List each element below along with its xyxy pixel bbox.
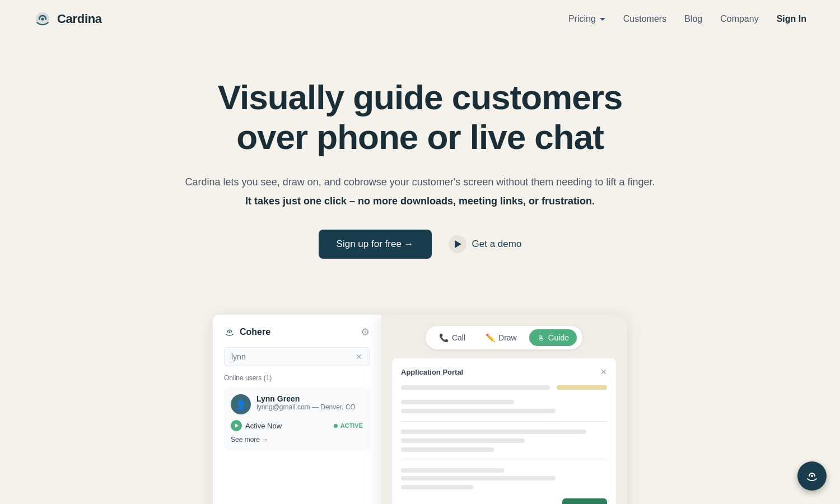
hero-title: Visually guide customers over phone or l… bbox=[22, 77, 818, 157]
navbar: Cardina Pricing Customers Blog Company S… bbox=[0, 0, 840, 38]
demo-left-panel: Cohere ⚙ lynn ✕ Online users (1) 👤 Lynn … bbox=[213, 315, 381, 504]
active-now: Active Now bbox=[231, 420, 282, 431]
svg-point-0 bbox=[41, 18, 44, 21]
cta-row: Sign up for free → Get a demo bbox=[22, 230, 818, 259]
phone-icon: 📞 bbox=[439, 333, 449, 342]
hero-bold-line: It takes just one click – no more downlo… bbox=[22, 195, 818, 207]
hero-subtitle: Cardina lets you see, draw on, and cobro… bbox=[22, 174, 818, 190]
cohere-logo-icon bbox=[224, 326, 235, 338]
nav-signin[interactable]: Sign In bbox=[777, 14, 806, 24]
close-icon[interactable]: ✕ bbox=[600, 367, 607, 376]
logo-icon bbox=[34, 10, 52, 28]
nav-links: Pricing Customers Blog Company Sign In bbox=[568, 14, 806, 24]
signup-button[interactable]: Sign up for free → bbox=[319, 230, 432, 259]
cursor-icon: 🖱 bbox=[537, 333, 545, 342]
pencil-icon: ✏️ bbox=[486, 333, 495, 342]
avatar: 👤 bbox=[231, 394, 251, 414]
logo-text: Cardina bbox=[57, 12, 102, 26]
mode-bar: 📞 Call ✏️ Draw 🖱 Guide bbox=[426, 326, 582, 349]
app-portal: Application Portal ✕ bbox=[392, 358, 616, 504]
user-name: Lynn Green bbox=[256, 394, 356, 403]
chevron-down-icon bbox=[600, 18, 605, 21]
svg-point-2 bbox=[811, 475, 813, 477]
portal-title: Application Portal bbox=[401, 368, 463, 376]
nav-customers[interactable]: Customers bbox=[623, 14, 666, 24]
see-more-link[interactable]: See more → bbox=[231, 436, 363, 444]
user-top: 👤 Lynn Green lynng@gmail.com — Denver, C… bbox=[231, 394, 363, 414]
fab-icon bbox=[805, 469, 819, 483]
play-triangle bbox=[455, 240, 461, 248]
svg-point-1 bbox=[228, 332, 230, 333]
user-card: 👤 Lynn Green lynng@gmail.com — Denver, C… bbox=[224, 388, 370, 450]
demo-right-panel: 📞 Call ✏️ Draw 🖱 Guide Application Porta… bbox=[381, 315, 627, 504]
skeleton-content bbox=[401, 385, 607, 504]
user-actions: Active Now ACTIVE bbox=[231, 420, 363, 431]
user-info: Lynn Green lynng@gmail.com — Denver, CO bbox=[256, 394, 356, 411]
demo-area: Cohere ⚙ lynn ✕ Online users (1) 👤 Lynn … bbox=[0, 315, 840, 504]
online-label: Online users (1) bbox=[224, 374, 370, 382]
user-email: lynng@gmail.com — Denver, CO bbox=[256, 403, 356, 411]
search-clear-icon[interactable]: ✕ bbox=[356, 352, 362, 361]
logo[interactable]: Cardina bbox=[34, 10, 102, 28]
nav-blog[interactable]: Blog bbox=[684, 14, 702, 24]
status-badge: ACTIVE bbox=[334, 422, 363, 429]
nav-pricing[interactable]: Pricing bbox=[568, 14, 605, 24]
fab-widget[interactable] bbox=[797, 461, 827, 491]
portal-header: Application Portal ✕ bbox=[401, 367, 607, 376]
demo-button[interactable]: Get a demo bbox=[449, 235, 522, 253]
search-bar[interactable]: lynn ✕ bbox=[224, 347, 370, 366]
nav-company[interactable]: Company bbox=[720, 14, 758, 24]
call-mode-button[interactable]: 📞 Call bbox=[431, 329, 473, 346]
hero-section: Visually guide customers over phone or l… bbox=[0, 38, 840, 315]
guide-mode-button[interactable]: 🖱 Guide bbox=[529, 329, 577, 346]
status-dot bbox=[334, 424, 338, 428]
play-icon bbox=[449, 235, 466, 253]
draw-mode-button[interactable]: ✏️ Draw bbox=[478, 329, 525, 346]
settings-icon[interactable]: ⚙ bbox=[361, 326, 370, 338]
panel-brand: Cohere bbox=[224, 326, 270, 338]
active-play-icon[interactable] bbox=[231, 420, 242, 431]
panel-header: Cohere ⚙ bbox=[224, 326, 370, 338]
